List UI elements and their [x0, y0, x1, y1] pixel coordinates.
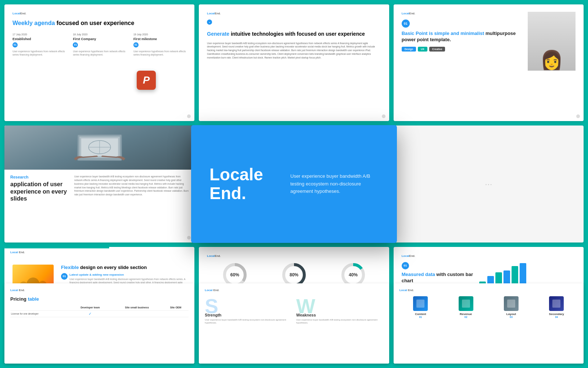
slide3-headline: Basic Point is simple and minimalist mul…	[402, 31, 524, 43]
slide7-brand: LocalEnd.	[207, 254, 381, 258]
content-nav-grid: Content 01 Revenue 02 Layout 03	[399, 296, 578, 318]
swot-strength: S Strength User experience buyer bandwid…	[205, 296, 292, 325]
overlay-title: LocaleEnd.	[209, 165, 263, 202]
slide2-body: User experience buyer bandwidth A/B test…	[207, 42, 381, 60]
nav-content: Content 01	[399, 296, 442, 318]
overlay-modal: LocaleEnd. User experience buyer bandwid…	[191, 125, 397, 243]
slide1-timeline: 17 July 2020 Established 01 User experie…	[12, 33, 186, 56]
teal-top-bar	[4, 247, 109, 248]
slide3-tags: Design UX Creative	[402, 47, 524, 52]
laptop-svg	[67, 129, 133, 166]
slide4-right: User experience buyer bandwidth A/B test…	[74, 175, 189, 202]
slide6-headline: Flexible design on every slide section	[61, 265, 186, 270]
bottom-row: Local End. Pricing table Developer team …	[0, 283, 588, 368]
powerpoint-icon[interactable]: P	[137, 71, 156, 90]
overlay-description: User experience buyer bandwidth A/B test…	[290, 173, 379, 195]
nav-secondary: Secondary 04	[535, 296, 578, 318]
slide-content-nav[interactable]: Local End. Content 01 Revenue 02	[394, 283, 584, 364]
slide3-dot	[576, 114, 580, 118]
timeline-item-3: 19 July 2020 First milestone 01 User exp…	[133, 33, 186, 56]
slide-weekly-agenda[interactable]: LocalEnd. Weekly agenda focused on user …	[4, 4, 194, 121]
slide4-left: Research application of user experience …	[10, 175, 69, 202]
swot-row: S Strength User experience buyer bandwid…	[205, 296, 383, 325]
slide-generate[interactable]: LocalEnd. • Generate intuitive technolog…	[199, 4, 389, 121]
slide4-headline: application of user experience on every …	[10, 181, 69, 202]
slide1-dot	[187, 114, 191, 118]
slide3-brand: LocalEnd.	[402, 12, 524, 15]
slide3-num: 01	[402, 20, 410, 28]
slide4-image-area	[4, 125, 194, 170]
slide6-num: 01	[61, 273, 68, 280]
overlay-title-area: LocaleEnd.	[209, 165, 263, 202]
slide1-brand: LocalEnd.	[12, 12, 186, 15]
slide2-dot	[382, 114, 386, 118]
pricing-table: Developer team Site small business Site …	[10, 305, 189, 319]
laptop-hands-image	[4, 125, 194, 170]
slide2-brand: LocalEnd.	[207, 12, 381, 15]
slide8-num: 01	[402, 262, 409, 269]
slide3-content: LocalEnd. 01 Basic Point is simple and m…	[402, 12, 524, 114]
pricing-row-1: License for one developer ✓	[10, 311, 189, 317]
pricing-row-2	[10, 317, 189, 320]
nav-revenue: Revenue 02	[445, 296, 487, 318]
timeline-item-2: 18 July 2020 First Company 01 User exper…	[73, 33, 126, 56]
person-image: 👩	[528, 12, 576, 71]
slide2-bullet: •	[207, 20, 212, 25]
slide4-body: User experience buyer bandwidth A/B test…	[74, 175, 189, 197]
timeline-item-1: 17 July 2020 Established 01 User experie…	[12, 33, 65, 56]
slide-placeholder-r2c3: ···	[394, 125, 584, 242]
slide8-brand: LocalEnd.	[402, 254, 474, 258]
slide6-brand: Local End.	[10, 251, 25, 254]
slide4-label: Research	[10, 175, 69, 179]
slide3-image: 👩	[528, 12, 576, 114]
nav-layout: Layout 03	[490, 296, 532, 318]
pricing-headline: Pricing table	[10, 296, 189, 302]
slide4-dot	[187, 236, 191, 240]
slide-research[interactable]: Research application of user experience …	[4, 125, 194, 242]
slide2-headline: Generate intuitive technologies with foc…	[207, 31, 381, 38]
slide1-headline: Weekly agenda focused on user experience	[12, 20, 186, 27]
slide-basic-point[interactable]: LocalEnd. 01 Basic Point is simple and m…	[394, 4, 584, 121]
slide-pricing[interactable]: Local End. Pricing table Developer team …	[4, 283, 194, 364]
overlay-desc-area: User experience buyer bandwidth A/B test…	[290, 173, 379, 195]
slide-swot[interactable]: Local End. S Strength User experience bu…	[199, 283, 389, 364]
slide8-headline: Measured data with custom bar chart	[402, 272, 474, 284]
slide4-text-area: Research application of user experience …	[4, 170, 194, 207]
swot-weakness: W Weakness User experience buyer bandwid…	[296, 296, 383, 325]
